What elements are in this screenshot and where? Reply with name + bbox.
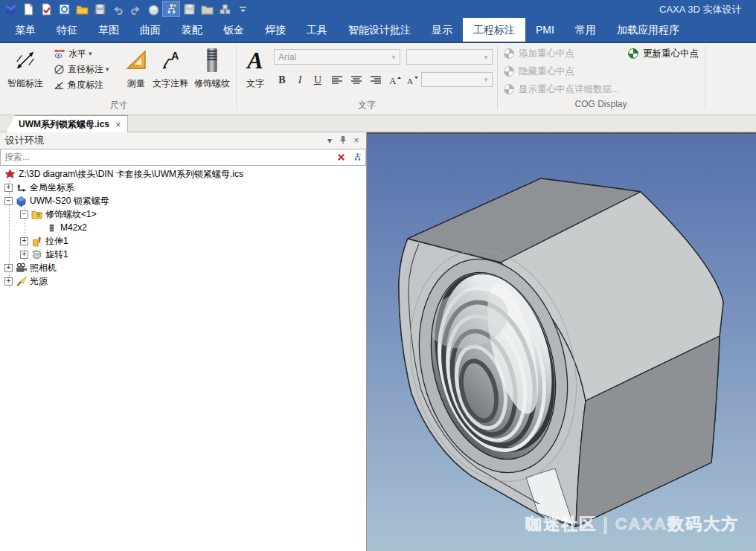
- decrease-font-icon: A: [407, 75, 419, 86]
- ribbon-tab-装配[interactable]: 装配: [171, 18, 213, 42]
- ribbon-tab-焊接[interactable]: 焊接: [254, 18, 296, 42]
- expand-icon[interactable]: [20, 251, 28, 259]
- combo-arrow-icon: ▾: [480, 76, 492, 83]
- insert-image-icon[interactable]: [55, 1, 73, 17]
- design-tree-panel: 设计环境 ▾ × 搜索... Z:\3D diagram\接头\DIN 卡套接头…: [0, 132, 367, 551]
- ribbon-tab-智能设计批注[interactable]: 智能设计批注: [338, 18, 421, 42]
- panel-close-icon[interactable]: ×: [350, 135, 363, 146]
- open-marked-icon[interactable]: [37, 1, 55, 17]
- open-folder-icon[interactable]: [73, 1, 91, 17]
- ribbon-separator: [705, 46, 705, 110]
- add-cog-button[interactable]: 添加重心中点: [503, 46, 574, 61]
- ribbon-tab-钣金[interactable]: 钣金: [213, 18, 254, 42]
- hide-cog-icon: [503, 65, 515, 77]
- document-tab-bar: UWM系列锁紧螺母.ics ×: [0, 115, 756, 132]
- font-style-combo[interactable]: ▾: [406, 49, 493, 65]
- tree-item-4[interactable]: M42x2: [0, 221, 366, 234]
- horizontal-dimension-button[interactable]: 水平▾: [54, 46, 92, 61]
- tree-item-label: 修饰螺纹<1>: [45, 208, 97, 221]
- font-family-combo[interactable]: Arial▾: [274, 49, 400, 65]
- watermark: 咖迷社区 | CAXA数码大方: [525, 515, 739, 533]
- design-tree-icon[interactable]: [162, 1, 180, 17]
- ribbon-tab-工具[interactable]: 工具: [296, 18, 338, 42]
- tree-item-7[interactable]: 照相机: [0, 261, 366, 274]
- tree-item-label: UWM-S20 锁紧螺母: [30, 195, 109, 207]
- window-title: CAXA 3D 实体设计: [659, 3, 742, 16]
- panel-title: 设计环境: [3, 134, 323, 147]
- hide-cog-button[interactable]: 隐藏重心中点: [503, 64, 574, 79]
- collapse-icon[interactable]: [4, 197, 13, 205]
- ribbon-tab-特征[interactable]: 特征: [46, 18, 88, 42]
- title-bar: CAXA 3D 实体设计: [0, 0, 756, 18]
- tree-item-5[interactable]: 拉伸1: [0, 234, 366, 248]
- new-file-icon[interactable]: [19, 1, 37, 17]
- ribbon-tab-工程标注[interactable]: 工程标注: [463, 18, 525, 42]
- undo-icon[interactable]: [109, 1, 126, 17]
- italic-button[interactable]: I: [292, 72, 308, 88]
- svg-text:A: A: [171, 50, 179, 62]
- clear-search-icon[interactable]: [333, 149, 349, 165]
- tree-item-6[interactable]: 旋转1: [0, 248, 366, 261]
- viewport-3d[interactable]: 咖迷社区 | CAXA数码大方: [367, 132, 756, 551]
- assembly-blocks-icon[interactable]: [216, 1, 234, 17]
- tree-item-1[interactable]: 全局坐标系: [0, 181, 366, 194]
- update-cog-button[interactable]: 更新重心中点: [627, 46, 699, 61]
- text-annotation-icon: A: [150, 45, 190, 75]
- ribbon-tab-显示[interactable]: 显示: [421, 18, 463, 42]
- pin-icon[interactable]: [336, 135, 350, 146]
- filter-tree-icon[interactable]: [349, 149, 365, 165]
- ribbon-tab-加载应用程序[interactable]: 加载应用程序: [606, 18, 690, 42]
- align-left-button[interactable]: [329, 72, 345, 88]
- diameter-dimension-button[interactable]: 直径标注▾: [54, 62, 109, 77]
- tree-item-2[interactable]: UWM-S20 锁紧螺母: [0, 194, 366, 207]
- ribbon-tab-曲面[interactable]: 曲面: [129, 18, 171, 42]
- ribbon-tab-PMI[interactable]: PMI: [525, 18, 565, 42]
- cosmetic-thread-icon: [190, 45, 234, 75]
- tree-item-0[interactable]: Z:\3D diagram\接头\DIN 卡套接头\UWM系列锁紧螺母.ics: [0, 167, 366, 181]
- document-tab-close-icon[interactable]: ×: [115, 119, 121, 130]
- tree-item-8[interactable]: 光源: [0, 274, 366, 288]
- increase-font-button[interactable]: A: [387, 72, 403, 88]
- add-cog-icon: [503, 48, 515, 59]
- expand-icon[interactable]: [20, 237, 28, 245]
- collapse-icon[interactable]: [20, 210, 28, 219]
- angle-dimension-icon: [54, 80, 65, 91]
- angle-dimension-button[interactable]: 角度标注: [54, 77, 103, 92]
- render-sphere-icon[interactable]: [144, 1, 162, 17]
- thread-folder-icon: [31, 209, 42, 220]
- open-recent-icon[interactable]: [198, 1, 216, 17]
- svg-text:A: A: [407, 77, 413, 86]
- tree-item-label: 照相机: [30, 262, 57, 274]
- overflow-chevron-icon[interactable]: [234, 1, 252, 17]
- text-annotation-button[interactable]: A 文字注释: [150, 45, 190, 90]
- expand-icon[interactable]: [4, 277, 13, 286]
- save-copy-icon[interactable]: [180, 1, 198, 17]
- tree-item-label: M42x2: [60, 222, 87, 233]
- measure-button[interactable]: 测量: [122, 45, 150, 90]
- caxa-logo-icon[interactable]: [1, 1, 19, 17]
- expand-icon[interactable]: [4, 184, 13, 192]
- text-button[interactable]: A 文字: [240, 45, 271, 90]
- panel-dropdown-icon[interactable]: ▾: [323, 135, 336, 146]
- bold-button[interactable]: B: [274, 72, 290, 88]
- tree-item-3[interactable]: 修饰螺纹<1>: [0, 207, 366, 221]
- font-size-combo[interactable]: ▾: [421, 72, 493, 87]
- part-icon: [16, 196, 27, 207]
- expand-icon[interactable]: [4, 264, 13, 272]
- ribbon-tab-常用[interactable]: 常用: [565, 18, 606, 42]
- dropdown-arrow-icon[interactable]: ▾: [89, 50, 92, 57]
- search-input[interactable]: 搜索...: [1, 151, 333, 164]
- underline-button[interactable]: U: [310, 72, 326, 88]
- show-cog-detail-button[interactable]: 显示重心中点详细数据...: [503, 82, 619, 97]
- save-icon[interactable]: [91, 1, 109, 17]
- align-right-button[interactable]: [368, 72, 384, 88]
- decrease-font-button[interactable]: A: [405, 72, 421, 88]
- ribbon-tab-菜单[interactable]: 菜单: [4, 18, 46, 42]
- redo-icon[interactable]: [126, 1, 144, 17]
- align-center-button[interactable]: [348, 72, 365, 88]
- smart-dimension-button[interactable]: 智能标注: [1, 45, 49, 90]
- ribbon-tab-草图[interactable]: 草图: [88, 18, 129, 42]
- cosmetic-thread-button[interactable]: 修饰螺纹: [190, 45, 234, 90]
- dropdown-arrow-icon[interactable]: ▾: [106, 65, 109, 73]
- document-tab[interactable]: UWM系列锁紧螺母.ics ×: [6, 115, 128, 132]
